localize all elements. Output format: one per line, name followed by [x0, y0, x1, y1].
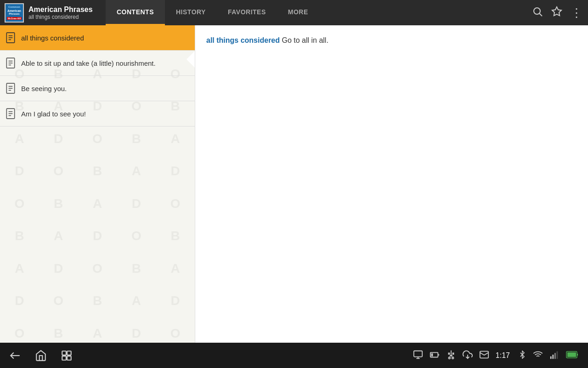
document-icon-0	[5, 32, 17, 44]
battery-low-icon	[430, 350, 440, 362]
nav-tabs: CONTENTS HISTORY FAVORITES MORE	[106, 0, 526, 25]
svg-rect-19	[62, 351, 66, 355]
right-panel: all things considered Go to all in all.	[195, 25, 588, 368]
definition-content: all things considered Go to all in all.	[206, 34, 577, 46]
app-title: American Phrases	[28, 6, 93, 14]
phrase-item-text-0: all things considered	[21, 34, 84, 42]
search-icon[interactable]	[532, 6, 543, 20]
svg-point-29	[448, 357, 450, 359]
top-actions: ⋮	[526, 6, 588, 20]
app-subtitle: all things considered	[28, 14, 93, 20]
top-bar: Common American Phrases McGraw Hill Amer…	[0, 0, 588, 25]
overflow-menu-icon[interactable]: ⋮	[571, 7, 582, 19]
battery-icon	[566, 350, 579, 362]
bottom-bar: 1:17	[0, 343, 588, 368]
tab-favorites[interactable]: FAVORITES	[217, 0, 277, 25]
logo-text: American Phrases all things considered	[28, 6, 93, 20]
svg-rect-35	[550, 356, 552, 359]
document-icon-3	[5, 108, 17, 120]
svg-rect-20	[67, 351, 71, 355]
tab-contents[interactable]: CONTENTS	[106, 0, 165, 25]
phrase-list: all things considered Able to sit up and…	[0, 25, 195, 126]
document-icon-1	[5, 57, 17, 69]
signal-icon	[549, 350, 560, 362]
phrase-item-3[interactable]: Am I glad to see you!	[0, 101, 195, 126]
bluetooth-icon	[518, 351, 526, 361]
svg-marker-2	[552, 7, 561, 16]
left-panel: DOBAD OBADO BADOB ADOBA DOBAD OBADO BADO…	[0, 25, 195, 368]
svg-rect-41	[567, 352, 576, 357]
usb-icon	[446, 350, 456, 362]
document-icon-2	[5, 82, 17, 94]
svg-point-30	[452, 357, 454, 359]
phrase-item-text-3: Am I glad to see you!	[21, 110, 86, 118]
tab-more[interactable]: MORE	[277, 0, 319, 25]
clock: 1:17	[496, 351, 510, 360]
phrase-item-text-2: Be seeing you.	[21, 85, 67, 92]
wifi-icon	[533, 350, 543, 362]
svg-rect-23	[414, 351, 422, 356]
svg-rect-37	[554, 353, 556, 359]
svg-rect-21	[62, 356, 66, 360]
svg-point-0	[534, 8, 540, 14]
notification-icon	[479, 350, 489, 362]
star-icon[interactable]	[551, 6, 562, 20]
phrase-item-0[interactable]: all things considered	[0, 25, 195, 51]
recents-button[interactable]	[61, 350, 73, 362]
bottom-nav-right: 1:17	[413, 350, 579, 362]
svg-rect-36	[552, 355, 554, 359]
app-logo: Common American Phrases McGraw Hill Amer…	[0, 3, 106, 23]
phrase-item-text-1: Able to sit up and take (a little) nouri…	[21, 59, 156, 67]
screenshot-icon	[413, 350, 423, 362]
phrase-item-2[interactable]: Be seeing you.	[0, 76, 195, 101]
home-button[interactable]	[35, 350, 47, 362]
definition-body: Go to all in all.	[280, 36, 328, 44]
svg-rect-22	[67, 356, 71, 360]
phrase-item-1[interactable]: Able to sit up and take (a little) nouri…	[0, 51, 195, 76]
back-button[interactable]	[9, 350, 21, 362]
panel-selection-arrow	[187, 51, 195, 68]
main-content: DOBAD OBADO BADOB ADOBA DOBAD OBADO BADO…	[0, 25, 588, 368]
app-logo-icon: Common American Phrases McGraw Hill	[5, 3, 24, 23]
svg-rect-38	[557, 351, 558, 359]
svg-line-1	[540, 13, 543, 16]
definition-title: all things considered	[206, 36, 280, 44]
download-icon	[463, 350, 473, 362]
mcgrawhill-badge: McGraw Hill	[7, 17, 22, 20]
tab-history[interactable]: HISTORY	[165, 0, 217, 25]
bottom-nav-left	[9, 350, 73, 362]
svg-rect-28	[431, 353, 433, 356]
